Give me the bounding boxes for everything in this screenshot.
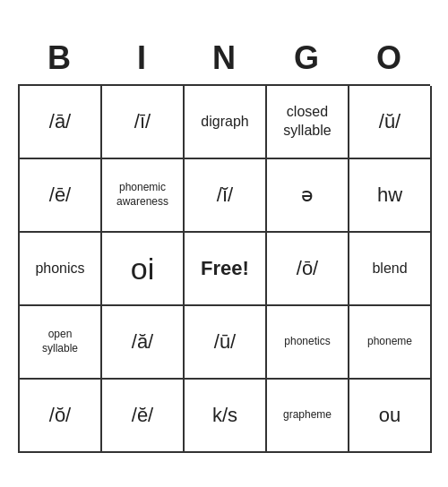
- bingo-header: BINGO: [18, 34, 430, 84]
- cell-content: ou: [379, 404, 401, 427]
- cell-content: closedsyllable: [283, 103, 331, 141]
- grid-cell-2-2: Free!: [185, 233, 267, 306]
- cell-content: grapheme: [283, 408, 332, 423]
- grid-cell-0-4: /ŭ/: [349, 86, 432, 159]
- cell-content: hw: [377, 184, 402, 207]
- cell-content: digraph: [201, 113, 248, 132]
- cell-content: /ĕ/: [132, 404, 153, 427]
- grid-cell-3-0: opensyllable: [20, 306, 102, 380]
- header-letter: O: [348, 39, 430, 77]
- grid-cell-4-2: k/s: [185, 380, 267, 453]
- grid-cell-4-0: /ŏ/: [20, 380, 102, 453]
- grid-cell-4-1: /ĕ/: [102, 380, 185, 453]
- cell-content: /ū/: [214, 330, 236, 354]
- cell-content: oi: [131, 252, 154, 286]
- header-letter: B: [18, 39, 100, 77]
- cell-content: /ō/: [297, 257, 318, 280]
- cell-content: /ĭ/: [217, 184, 233, 207]
- grid-cell-0-3: closedsyllable: [267, 86, 349, 159]
- cell-content: /ē/: [49, 184, 71, 207]
- cell-content: /ŏ/: [49, 404, 71, 427]
- grid-cell-3-3: phonetics: [267, 306, 349, 380]
- cell-content: k/s: [212, 404, 237, 427]
- header-letter: G: [265, 39, 348, 77]
- cell-content: phonetics: [284, 335, 330, 349]
- grid-cell-3-4: phoneme: [349, 306, 432, 380]
- cell-content: /ī/: [134, 110, 151, 133]
- cell-content: /ā/: [49, 110, 71, 133]
- grid-cell-0-2: digraph: [185, 86, 267, 159]
- grid-cell-2-3: /ō/: [267, 233, 349, 306]
- cell-content: ə: [301, 184, 314, 207]
- cell-content: Free!: [201, 257, 249, 280]
- cell-content: /ŭ/: [379, 110, 401, 133]
- cell-content: phonics: [35, 260, 84, 278]
- grid-cell-1-1: phonemicawareness: [102, 159, 185, 233]
- bingo-card: BINGO /ā//ī/digraphclosedsyllable/ŭ//ē/p…: [18, 34, 430, 453]
- grid-cell-1-2: /ĭ/: [185, 159, 267, 233]
- grid-cell-2-0: phonics: [20, 233, 102, 306]
- grid-cell-4-4: ou: [349, 380, 432, 453]
- grid-cell-1-0: /ē/: [20, 159, 102, 233]
- grid-cell-1-3: ə: [267, 159, 349, 233]
- header-letter: N: [183, 39, 265, 77]
- grid-cell-0-0: /ā/: [20, 86, 102, 159]
- bingo-grid: /ā//ī/digraphclosedsyllable/ŭ//ē/phonemi…: [18, 84, 430, 453]
- header-letter: I: [100, 39, 183, 77]
- grid-cell-2-1: oi: [102, 233, 185, 306]
- cell-content: phonemicawareness: [116, 181, 168, 209]
- grid-cell-1-4: hw: [349, 159, 432, 233]
- cell-content: /ă/: [132, 330, 153, 354]
- cell-content: opensyllable: [42, 328, 78, 355]
- cell-content: blend: [372, 260, 407, 278]
- grid-cell-0-1: /ī/: [102, 86, 185, 159]
- grid-cell-3-2: /ū/: [185, 306, 267, 380]
- grid-cell-4-3: grapheme: [267, 380, 349, 453]
- grid-cell-2-4: blend: [349, 233, 432, 306]
- cell-content: phoneme: [367, 335, 412, 349]
- grid-cell-3-1: /ă/: [102, 306, 185, 380]
